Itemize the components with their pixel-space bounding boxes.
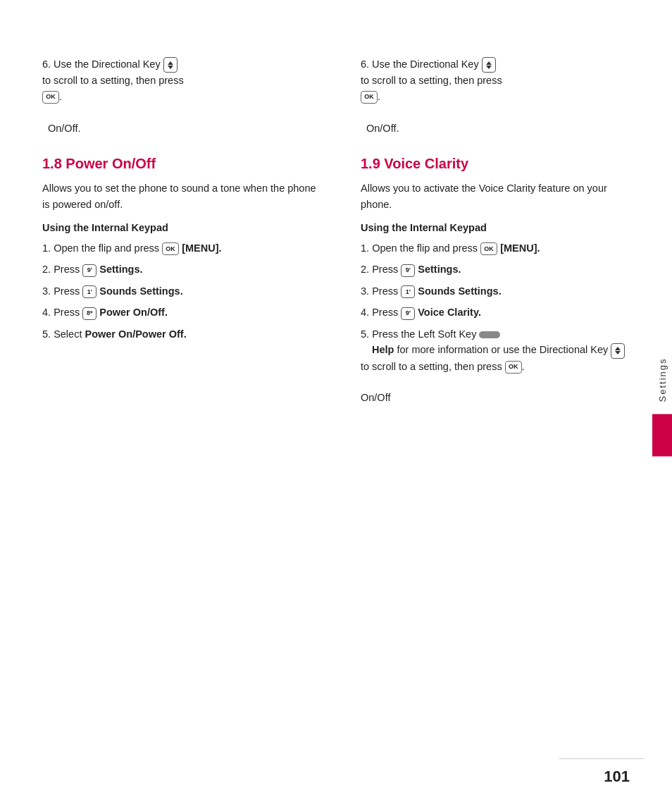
side-tab: Settings xyxy=(652,350,672,457)
left-step3-btn: 1' xyxy=(82,285,97,298)
left-step2-text: Press xyxy=(54,264,82,275)
left-step3-num: 3. xyxy=(42,285,54,297)
right-step2-num: 2. xyxy=(361,264,372,275)
right-step5-text-before: Press the Left Soft Key xyxy=(372,328,479,340)
left-step-4: 4. Press 8* Power On/Off. xyxy=(42,304,318,320)
right-step-5: 5. Press the Left Soft Key Help for more… xyxy=(361,326,637,406)
right-intro-onoff: On/Off. xyxy=(366,123,399,134)
left-step4-bold: Power On/Off. xyxy=(99,307,168,318)
left-intro-onoff: On/Off. xyxy=(48,123,80,134)
right-step5-text-for: for more information or use the Directio… xyxy=(397,344,611,355)
right-step1-num: 1. xyxy=(361,242,372,254)
right-step3-btn: 1' xyxy=(401,285,415,298)
right-step1-ok-icon: OK xyxy=(480,242,497,255)
right-step2-text: Press xyxy=(372,264,401,275)
left-step-list: 1. Open the flip and press OK [MENU]. 2.… xyxy=(42,240,318,342)
right-intro-scroll-text: to scroll to a setting, then press xyxy=(361,75,502,86)
left-step-5: 5. Select Power On/Power Off. xyxy=(42,326,318,342)
right-section-heading: 1.9 Voice Clarity xyxy=(361,156,637,172)
right-intro-ok-icon: OK xyxy=(361,91,378,104)
side-tab-bar xyxy=(652,414,672,457)
page-content: 6. Use the Directional Key to scroll to … xyxy=(0,0,672,807)
left-intro-scroll-text: to scroll to a setting, then press xyxy=(42,75,184,86)
left-step4-text: Press xyxy=(54,307,82,318)
right-step-2: 2. Press 9' Settings. xyxy=(361,261,637,277)
right-step5-num: 5. xyxy=(361,328,372,340)
left-step2-num: 2. xyxy=(42,264,54,275)
right-directional-icon xyxy=(482,58,496,70)
left-step4-btn: 8* xyxy=(82,307,97,320)
right-step4-num: 4. xyxy=(361,307,372,318)
right-step5-softkey-icon xyxy=(479,331,500,338)
left-step4-num: 4. xyxy=(42,307,54,318)
right-step3-bold: Sounds Settings. xyxy=(418,285,501,297)
right-intro-step6: 6. Use the Directional Key to scroll to … xyxy=(361,56,637,136)
page-number: 101 xyxy=(604,768,630,786)
left-step3-text: Press xyxy=(54,285,82,297)
right-step4-bold: Voice Clarity. xyxy=(418,307,481,318)
right-step5-arrow-icon xyxy=(611,343,625,359)
right-step2-bold: Settings. xyxy=(418,264,461,275)
left-step2-bold: Settings. xyxy=(99,264,142,275)
left-step1-text: Open the flip and press xyxy=(54,242,162,254)
right-step5-text-mid: Help for more information or use the Dir… xyxy=(361,344,625,403)
right-step3-num: 3. xyxy=(361,285,372,297)
left-intro-ok-icon: OK xyxy=(42,91,59,104)
left-step1-num: 1. xyxy=(42,242,54,254)
right-step5-bold-help: Help xyxy=(372,344,394,355)
right-step-3: 3. Press 1' Sounds Settings. xyxy=(361,283,637,299)
right-step3-text: Press xyxy=(372,285,401,297)
left-intro-step6-text: 6. Use the Directional Key xyxy=(42,58,161,70)
left-step5-num: 5. xyxy=(42,328,54,340)
left-step3-bold: Sounds Settings. xyxy=(99,285,182,297)
left-intro-step6: 6. Use the Directional Key to scroll to … xyxy=(42,56,318,136)
right-step2-btn: 9' xyxy=(401,264,415,277)
right-step-4: 4. Press 9' Voice Clarity. xyxy=(361,304,637,320)
right-step1-text: Open the flip and press xyxy=(372,242,480,254)
right-step4-btn: 9' xyxy=(401,307,415,320)
right-intro-step6-text: 6. Use the Directional Key xyxy=(361,58,479,70)
right-subsection-heading: Using the Internal Keypad xyxy=(361,222,637,233)
left-step-2: 2. Press 9' Settings. xyxy=(42,261,318,277)
right-column: 6. Use the Directional Key to scroll to … xyxy=(354,56,637,765)
left-step5-text: Select xyxy=(54,328,85,340)
right-step5-ok-icon: OK xyxy=(505,361,522,374)
right-step1-bold: [MENU]. xyxy=(500,242,540,254)
left-step-3: 3. Press 1' Sounds Settings. xyxy=(42,283,318,299)
left-column: 6. Use the Directional Key to scroll to … xyxy=(42,56,332,765)
left-step1-bold: [MENU]. xyxy=(182,242,221,254)
side-tab-label: Settings xyxy=(653,350,672,409)
page-number-line xyxy=(559,758,644,759)
left-section-heading: 1.8 Power On/Off xyxy=(42,156,318,172)
right-step5-text-after: to scroll to a setting, then press xyxy=(361,361,505,372)
left-directional-icon xyxy=(163,58,178,70)
right-step-1: 1. Open the flip and press OK [MENU]. xyxy=(361,240,637,256)
left-step2-btn: 9' xyxy=(82,264,97,277)
left-subsection-heading: Using the Internal Keypad xyxy=(42,222,318,233)
left-step1-ok-icon: OK xyxy=(162,242,179,255)
right-step4-text: Press xyxy=(372,307,401,318)
left-step5-bold: Power On/Power Off. xyxy=(85,328,186,340)
right-step5-onoff: On/Off xyxy=(361,392,390,403)
left-step-1: 1. Open the flip and press OK [MENU]. xyxy=(42,240,318,256)
right-section-body: Allows you to activate the Voice Clarity… xyxy=(361,180,637,212)
right-step-list: 1. Open the flip and press OK [MENU]. 2.… xyxy=(361,240,637,406)
left-section-body: Allows you to set the phone to sound a t… xyxy=(42,180,318,212)
